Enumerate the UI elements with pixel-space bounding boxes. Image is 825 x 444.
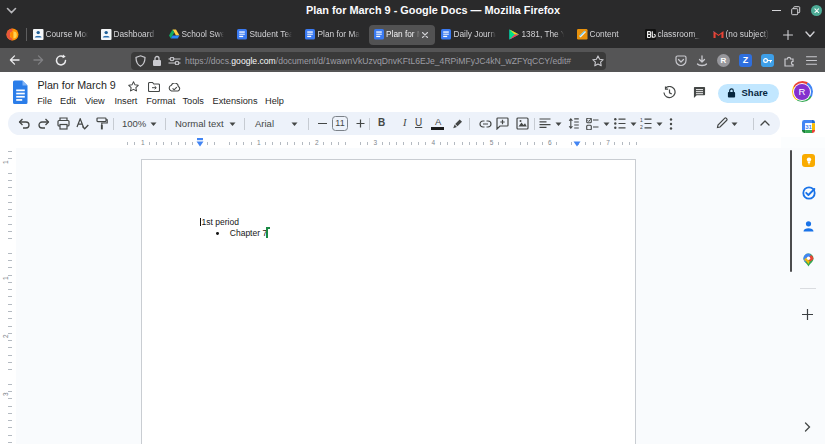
svg-text:1: 1: [640, 118, 643, 123]
svg-text:31: 31: [805, 123, 812, 129]
svg-text:2: 2: [640, 124, 643, 129]
